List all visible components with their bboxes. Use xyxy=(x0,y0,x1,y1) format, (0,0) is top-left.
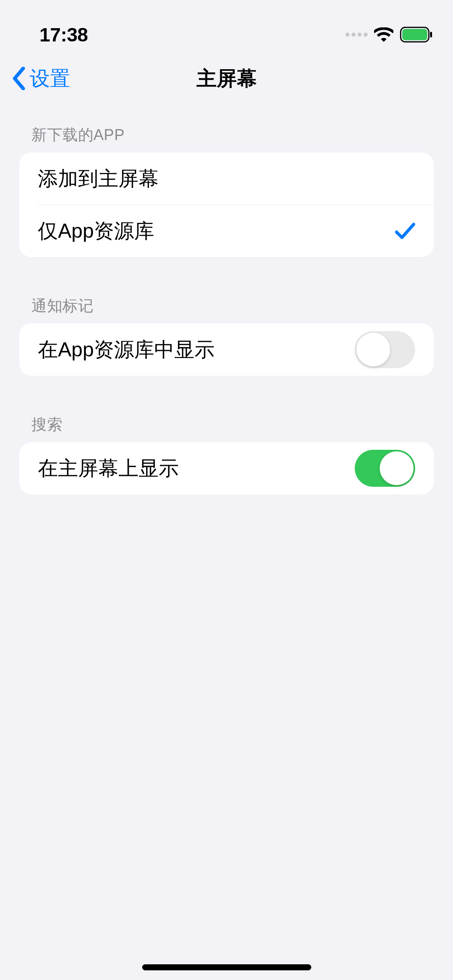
toggle-show-on-home[interactable] xyxy=(355,450,415,487)
status-indicators xyxy=(345,27,433,43)
back-button[interactable]: 设置 xyxy=(12,65,70,92)
toggle-label: 在App资源库中显示 xyxy=(38,336,215,363)
toggle-knob xyxy=(356,333,390,366)
nav-bar: 设置 主屏幕 xyxy=(0,52,453,105)
section-header-newapps: 新下载的APP xyxy=(19,125,434,152)
checkmark-icon xyxy=(395,222,415,241)
option-label: 仅App资源库 xyxy=(38,218,154,245)
toggle-show-in-app-library[interactable] xyxy=(355,331,415,368)
home-indicator[interactable] xyxy=(142,964,311,970)
wifi-icon xyxy=(374,27,393,42)
battery-icon xyxy=(400,27,433,43)
svg-rect-1 xyxy=(402,29,427,40)
group-badges: 在App资源库中显示 xyxy=(19,323,434,376)
back-label: 设置 xyxy=(30,65,70,92)
row-show-in-app-library: 在App资源库中显示 xyxy=(19,323,434,376)
svg-rect-2 xyxy=(430,32,432,37)
toggle-knob xyxy=(380,451,414,485)
option-add-to-home[interactable]: 添加到主屏幕 xyxy=(19,152,434,205)
option-app-library-only[interactable]: 仅App资源库 xyxy=(38,205,434,257)
page-title: 主屏幕 xyxy=(197,65,257,92)
row-show-on-home: 在主屏幕上显示 xyxy=(19,442,434,494)
section-header-badges: 通知标记 xyxy=(19,296,434,323)
group-search: 在主屏幕上显示 xyxy=(19,442,434,494)
group-newapps: 添加到主屏幕 仅App资源库 xyxy=(19,152,434,257)
section-header-search: 搜索 xyxy=(19,414,434,442)
cellular-dots-icon xyxy=(345,33,368,37)
status-time: 17:38 xyxy=(39,24,88,46)
status-bar: 17:38 xyxy=(0,0,453,52)
option-label: 添加到主屏幕 xyxy=(38,165,159,192)
toggle-label: 在主屏幕上显示 xyxy=(38,455,179,482)
chevron-left-icon xyxy=(12,67,27,90)
